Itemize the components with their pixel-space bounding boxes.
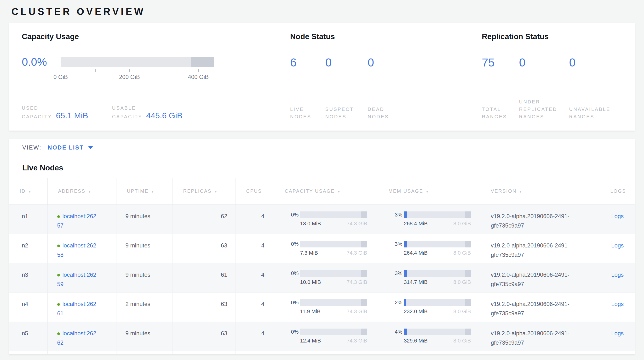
node-capacity-usage-cell: 0% 13.0 MiB 74.3 GiB xyxy=(274,205,378,234)
node-capacity-usage-cell: 0% 12.4 MiB 74.3 GiB xyxy=(274,322,378,351)
node-cpus-cell: 4 xyxy=(236,292,274,322)
total-ranges-count: 75 xyxy=(482,56,507,69)
node-uptime-cell: 9 minutes xyxy=(116,263,172,292)
live-nodes-title: Live Nodes xyxy=(9,156,635,178)
capacity-total-value: 74.3 GiB xyxy=(347,279,367,285)
mem-usage-bar xyxy=(404,299,471,306)
mem-usage-percent: 3% xyxy=(395,212,404,218)
mem-usage-bar xyxy=(404,270,471,277)
node-version-cell: v19.2.0-alpha.20190606-2491-gfe735c9a97 xyxy=(480,292,600,322)
node-address-link[interactable]: localhost:26262 xyxy=(57,330,116,347)
capacity-usage-bar xyxy=(300,270,367,277)
column-header-mem-usage[interactable]: MEM USAGE▼ xyxy=(378,178,480,205)
mem-used-value: 268.4 MiB xyxy=(404,221,428,227)
live-status-dot xyxy=(57,245,60,247)
mem-bar-fill xyxy=(404,241,407,247)
sort-icon: ▼ xyxy=(214,190,218,194)
stat-label: UNAVAILABLE xyxy=(569,106,610,113)
node-uptime-cell: 9 minutes xyxy=(116,205,172,234)
logs-link[interactable]: Logs xyxy=(611,301,624,307)
capacity-usage-percent: 0% xyxy=(291,212,300,218)
column-header-id[interactable]: ID▼ xyxy=(9,178,48,205)
sort-icon: ▼ xyxy=(519,190,523,194)
node-capacity-usage-cell: 0% 10.0 MiB 74.3 GiB xyxy=(274,263,378,292)
mem-used-value: 232.0 MiB xyxy=(404,308,428,315)
mem-total-value: 8.0 GiB xyxy=(453,308,471,315)
column-header-replicas[interactable]: REPLICAS▼ xyxy=(172,178,236,205)
node-replicas-cell: 61 xyxy=(172,263,236,292)
node-id-cell: n5 xyxy=(9,322,48,351)
mem-usage-bar xyxy=(404,212,471,218)
node-mem-usage-cell: 4% 329.6 MiB 8.0 GiB xyxy=(378,322,480,351)
under-replicated-ranges-count: 0 xyxy=(519,56,557,69)
node-replicas-cell: 63 xyxy=(172,292,236,322)
live-status-dot xyxy=(57,303,60,306)
stat-label: DEAD xyxy=(368,106,389,113)
mem-bar-reserved-segment xyxy=(465,299,471,306)
column-header-version[interactable]: VERSION▼ xyxy=(480,178,600,205)
node-mem-usage-cell: 3% 314.7 MiB 8.0 GiB xyxy=(378,263,480,292)
mem-usage-percent: 3% xyxy=(395,241,404,247)
node-mem-usage-cell: 3% 264.4 MiB 8.0 GiB xyxy=(378,234,480,263)
capacity-usage-percent: 0% xyxy=(291,328,300,335)
capacity-total-value: 74.3 GiB xyxy=(347,338,367,344)
node-uptime-cell: 9 minutes xyxy=(116,322,172,351)
mem-total-value: 8.0 GiB xyxy=(453,250,471,256)
node-status-section: Node Status 6 LIVE NODES 0 SUSPECT NODES xyxy=(290,32,482,120)
logs-link[interactable]: Logs xyxy=(611,330,624,336)
partial-next-row xyxy=(9,351,635,354)
axis-tick-label: 400 GiB xyxy=(188,74,209,80)
stat-label: UNDER- xyxy=(519,98,557,106)
mem-usage-percent: 4% xyxy=(395,328,404,335)
node-capacity-usage-cell: 0% 7.3 MiB 74.3 GiB xyxy=(274,234,378,263)
capacity-usage-percent: 0% xyxy=(291,241,300,247)
mem-bar-fill xyxy=(404,270,407,277)
node-address-link[interactable]: localhost:26258 xyxy=(57,242,116,259)
view-selected-value[interactable]: NODE LIST xyxy=(48,144,84,151)
mem-used-value: 264.4 MiB xyxy=(404,250,428,256)
mem-usage-bar xyxy=(404,328,471,335)
capacity-gauge: 0 GiB 200 GiB 400 GiB xyxy=(60,57,214,81)
capacity-bar-reserved-segment xyxy=(361,212,367,218)
node-cpus-cell: 4 xyxy=(236,205,274,234)
node-address-link[interactable]: localhost:26261 xyxy=(57,301,116,318)
mem-bar-reserved-segment xyxy=(465,328,471,335)
live-nodes-stat: 6 LIVE NODES xyxy=(290,56,312,120)
column-header-logs: LOGS xyxy=(600,178,635,205)
capacity-usage-percent: 0% xyxy=(291,299,300,306)
live-status-dot xyxy=(57,215,60,218)
node-replicas-cell: 62 xyxy=(172,205,236,234)
under-replicated-ranges-stat: 0 UNDER- REPLICATED RANGES xyxy=(519,56,557,120)
node-logs-cell: Logs xyxy=(600,292,635,322)
mem-bar-reserved-segment xyxy=(465,212,471,218)
sort-icon: ▼ xyxy=(88,190,92,194)
mem-bar-fill xyxy=(404,328,407,335)
sort-icon: ▼ xyxy=(28,190,32,194)
logs-link[interactable]: Logs xyxy=(611,213,624,219)
column-header-address[interactable]: ADDRESS▼ xyxy=(48,178,116,205)
node-address-link[interactable]: localhost:26257 xyxy=(57,213,116,230)
usable-capacity-stat: USABLE CAPACITY445.6 GiB xyxy=(112,104,182,120)
node-list-selector[interactable]: NODE LIST xyxy=(48,144,93,151)
summary-card: Capacity Usage 0.0% 0 GiB 200 GiB xyxy=(9,23,635,131)
node-address-cell: localhost:26259 xyxy=(48,263,116,292)
axis-tick xyxy=(130,69,130,72)
usable-capacity-value: 445.6 GiB xyxy=(146,111,182,120)
mem-usage-percent: 2% xyxy=(395,299,404,306)
node-uptime-cell: 9 minutes xyxy=(116,234,172,263)
column-header-capacity-usage[interactable]: CAPACITY USAGE▼ xyxy=(274,178,378,205)
capacity-bar-reserved-segment xyxy=(361,270,367,277)
node-id-cell: n3 xyxy=(9,263,48,292)
unavailable-ranges-count: 0 xyxy=(569,56,610,69)
node-replicas-cell: 63 xyxy=(172,234,236,263)
node-address-cell: localhost:26257 xyxy=(48,205,116,234)
stat-label: RANGES xyxy=(569,113,610,120)
logs-link[interactable]: Logs xyxy=(611,271,624,278)
column-header-uptime[interactable]: UPTIME▼ xyxy=(116,178,172,205)
logs-link[interactable]: Logs xyxy=(611,242,624,249)
node-address-link[interactable]: localhost:26259 xyxy=(57,271,116,289)
mem-used-value: 314.7 MiB xyxy=(404,279,428,285)
dead-nodes-count: 0 xyxy=(368,56,389,69)
stat-label: RANGES xyxy=(482,113,507,120)
replication-status-title: Replication Status xyxy=(482,32,625,41)
